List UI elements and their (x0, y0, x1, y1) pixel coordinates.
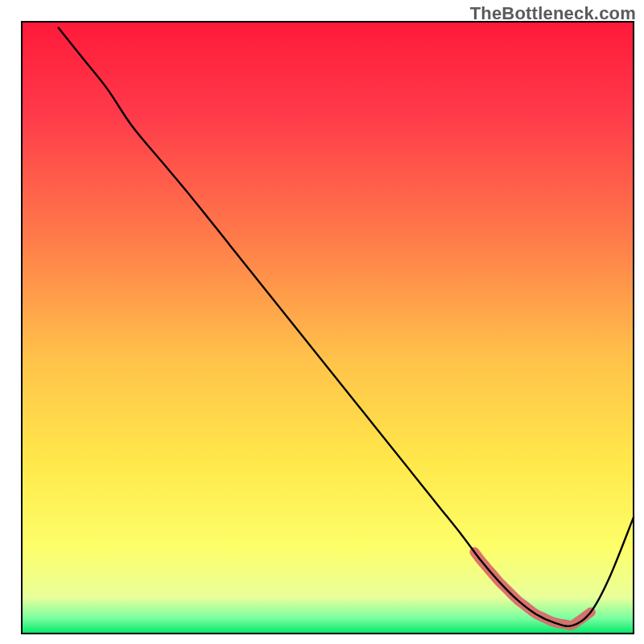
plot-background (22, 22, 634, 634)
chart-container: TheBottleneck.com (0, 0, 644, 644)
watermark-text: TheBottleneck.com (470, 3, 636, 24)
bottleneck-chart (0, 0, 644, 644)
